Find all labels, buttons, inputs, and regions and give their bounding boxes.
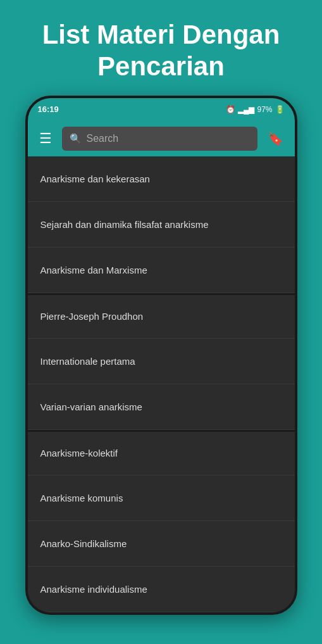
- status-time: 16:19: [38, 104, 59, 114]
- toolbar: ☰ 🔍 Search 🔖: [28, 121, 295, 156]
- list-item[interactable]: Anarkisme dan Marxisme: [28, 248, 295, 293]
- search-placeholder: Search: [87, 133, 250, 144]
- item-text: Anarkisme dan Marxisme: [40, 264, 147, 277]
- list-item[interactable]: Anarkisme komunis: [28, 476, 295, 521]
- item-text: Anarkisme individualisme: [40, 583, 147, 596]
- item-text: Internationale pertama: [40, 355, 135, 368]
- list-container: Anarkisme dan kekerasanSejarah dan dinam…: [28, 156, 295, 615]
- list-item[interactable]: Varian-varian anarkisme lainnya: [28, 612, 295, 615]
- battery-level: 97%: [257, 105, 272, 114]
- item-text: Varian-varian anarkisme: [40, 401, 142, 414]
- item-text: Anarkisme-kolektif: [40, 447, 118, 460]
- list-item[interactable]: Varian-varian anarkisme: [28, 384, 295, 430]
- item-text: Pierre-Joseph Proudhon: [40, 310, 144, 323]
- list-item[interactable]: Anarkisme-kolektif: [28, 430, 295, 476]
- item-text: Anarkisme komunis: [40, 492, 123, 505]
- menu-icon[interactable]: ☰: [34, 125, 57, 152]
- list-item[interactable]: Internationale pertama: [28, 339, 295, 384]
- list-item[interactable]: Anarkisme individualisme: [28, 567, 295, 612]
- status-icons: ⏰ ▂▄▆ 97% 🔋: [226, 105, 285, 114]
- signal-bars-icon: ▂▄▆: [238, 105, 255, 114]
- list-item[interactable]: Pierre-Joseph Proudhon: [28, 293, 295, 339]
- alarm-icon: ⏰: [226, 105, 235, 114]
- search-bar[interactable]: 🔍 Search: [62, 127, 257, 151]
- list-item[interactable]: Anarko-Sindikalisme: [28, 521, 295, 567]
- item-text: Anarkisme dan kekerasan: [40, 173, 150, 186]
- item-text: Sejarah dan dinamika filsafat anarkisme: [40, 218, 209, 231]
- page-title: List Materi Dengan Pencarian: [17, 0, 306, 96]
- item-text: Anarko-Sindikalisme: [40, 538, 127, 550]
- bookmark-icon[interactable]: 🔖: [263, 126, 288, 151]
- battery-icon: 🔋: [275, 105, 285, 114]
- list-item[interactable]: Anarkisme dan kekerasan: [28, 156, 295, 202]
- status-bar: 16:19 ⏰ ▂▄▆ 97% 🔋: [28, 98, 295, 121]
- search-icon: 🔍: [70, 133, 82, 144]
- phone-frame: 16:19 ⏰ ▂▄▆ 97% 🔋 ☰ 🔍 Search 🔖 Anarkisme…: [25, 96, 297, 615]
- list-item[interactable]: Sejarah dan dinamika filsafat anarkisme: [28, 202, 295, 248]
